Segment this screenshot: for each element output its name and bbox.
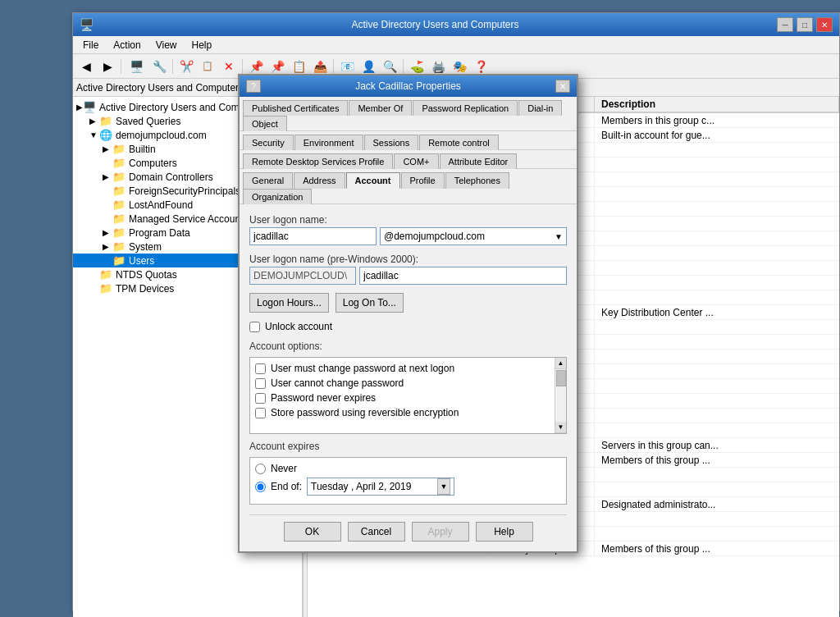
tree-icon-saved-queries: 📁 — [99, 115, 112, 127]
toolbar-btn-8[interactable]: 📋 — [289, 57, 308, 75]
expand-arrow-root[interactable]: ▶ — [76, 103, 83, 112]
tree-label-lostfound: LostAndFound — [129, 199, 193, 211]
toolbar-btn-14[interactable]: 🖨️ — [428, 57, 448, 75]
cancel-button[interactable]: Cancel — [348, 522, 405, 542]
options-scroll-track — [555, 369, 566, 422]
account-expires-label: Account expires — [249, 441, 567, 452]
tab-password-replication[interactable]: Password Replication — [413, 100, 518, 116]
menu-help[interactable]: Help — [185, 38, 219, 53]
option-checkbox-3[interactable] — [255, 408, 266, 418]
menu-file[interactable]: File — [76, 38, 105, 53]
user-logon-pre2000-input[interactable] — [359, 267, 567, 285]
options-scroll-thumb[interactable] — [556, 370, 566, 386]
option-checkbox-0[interactable] — [255, 363, 266, 374]
option-checkbox-1[interactable] — [255, 378, 266, 389]
log-on-to-button[interactable]: Log On To... — [336, 293, 404, 313]
account-options-box: User must change password at next logon … — [249, 357, 567, 434]
close-button[interactable]: ✕ — [816, 17, 833, 32]
dialog-help-button[interactable]: ? — [246, 80, 261, 93]
never-radio[interactable] — [255, 464, 266, 474]
date-input[interactable]: Tuesday , April 2, 2019 ▼ — [307, 478, 454, 496]
toolbar-btn-13[interactable]: ⛳ — [407, 57, 427, 75]
back-button[interactable]: ◀ — [76, 57, 96, 75]
logon-hours-button[interactable]: Logon Hours... — [249, 293, 329, 313]
toolbar-btn-2[interactable]: 🔧 — [149, 57, 169, 75]
toolbar-btn-7[interactable]: 📌 — [267, 57, 287, 75]
tab-remote-desktop-services-profile[interactable]: Remote Desktop Services Profile — [243, 153, 393, 169]
tab-sessions[interactable]: Sessions — [364, 135, 419, 150]
toolbar-btn-3[interactable]: ✂️ — [176, 57, 196, 75]
toolbar-btn-6[interactable]: 📌 — [246, 57, 266, 75]
tab-environment[interactable]: Environment — [294, 135, 363, 150]
tree-icon-tpm: 📁 — [99, 282, 112, 295]
tab-remote-control[interactable]: Remote control — [419, 135, 499, 150]
date-picker-button[interactable]: ▼ — [437, 478, 450, 495]
tab-attribute-editor[interactable]: Attribute Editor — [440, 153, 518, 169]
tree-label-computers: Computers — [129, 158, 177, 169]
tab-address[interactable]: Address — [294, 172, 345, 189]
tree-label-foreign: ForeignSecurityPrincipals — [129, 185, 240, 197]
account-options-label: Account options: — [249, 340, 567, 352]
tab-member-of[interactable]: Member Of — [349, 100, 412, 116]
tab-account[interactable]: Account — [346, 172, 400, 189]
menu-action[interactable]: Action — [107, 38, 147, 53]
option-row-3: Store password using reversible encrypti… — [255, 407, 551, 418]
expand-arrow-program-data[interactable]: ▶ — [103, 228, 112, 237]
tab-published-certificates[interactable]: Published Certificates — [243, 100, 348, 116]
unlock-account-checkbox[interactable] — [249, 322, 260, 332]
option-label-3: Store password using reversible encrypti… — [271, 407, 459, 418]
end-of-radio-row: End of: Tuesday , April 2, 2019 ▼ — [255, 478, 561, 496]
tree-label-builtin: Builtin — [129, 144, 156, 155]
options-scroll-up[interactable]: ▲ — [555, 358, 566, 369]
toolbar-btn-11[interactable]: 👤 — [358, 57, 378, 75]
help-button[interactable]: Help — [476, 522, 533, 542]
tab-dial-in[interactable]: Dial-in — [518, 100, 562, 116]
account-expires-box: Never End of: Tuesday , April 2, 2019 ▼ — [249, 457, 567, 505]
toolbar-separator-5 — [403, 59, 404, 74]
toolbar-btn-16[interactable]: ❓ — [471, 57, 491, 75]
account-expires-section: Account expires Never End of: Tuesday , … — [249, 441, 567, 505]
expand-arrow-domain[interactable]: ▼ — [89, 130, 99, 139]
ok-button[interactable]: OK — [284, 522, 341, 542]
tab-security[interactable]: Security — [243, 135, 294, 150]
tab-organization[interactable]: Organization — [243, 189, 312, 204]
tab-row-1: Published Certificates Member Of Passwor… — [240, 97, 577, 131]
toolbar-btn-12[interactable]: 🔍 — [380, 57, 399, 75]
maximize-button[interactable]: □ — [797, 17, 813, 32]
user-logon-input[interactable] — [249, 227, 377, 245]
tab-profile[interactable]: Profile — [401, 172, 445, 189]
title-bar: 🖥️ Active Directory Users and Computers … — [73, 13, 839, 36]
tab-general[interactable]: General — [243, 172, 293, 189]
tab-object[interactable]: Object — [243, 116, 287, 131]
toolbar-btn-5[interactable]: ✕ — [219, 57, 239, 75]
toolbar-btn-15[interactable]: 🎭 — [450, 57, 469, 75]
options-scroll-down[interactable]: ▼ — [555, 422, 566, 433]
tab-row-4: General Address Account Profile Telephon… — [240, 169, 577, 204]
forward-button[interactable]: ▶ — [98, 57, 117, 75]
toolbar-btn-10[interactable]: 📧 — [337, 57, 357, 75]
expand-arrow-saved-queries[interactable]: ▶ — [89, 117, 99, 126]
end-of-radio[interactable] — [255, 482, 266, 492]
user-logon-pre2000-group: User logon name (pre-Windows 2000): — [249, 254, 567, 285]
minimize-button[interactable]: ─ — [777, 17, 793, 32]
toolbar-btn-1[interactable]: 🖥️ — [125, 57, 148, 75]
expand-arrow-system[interactable]: ▶ — [103, 242, 112, 251]
tab-row-2: Security Environment Sessions Remote con… — [240, 131, 577, 150]
domain-dropdown[interactable]: @demojumpcloud.com ▼ — [380, 227, 567, 245]
tab-com-plus[interactable]: COM+ — [394, 153, 438, 169]
toolbar-btn-4[interactable]: 📋 — [198, 57, 217, 75]
menu-view[interactable]: View — [149, 38, 184, 53]
dialog-close-button[interactable]: ✕ — [555, 80, 570, 93]
dialog-buttons-row: OK Cancel Apply Help — [249, 514, 567, 542]
expand-arrow-builtin[interactable]: ▶ — [103, 144, 112, 153]
toolbar-btn-9[interactable]: 📤 — [310, 57, 330, 75]
expand-arrow-domain-controllers[interactable]: ▶ — [103, 172, 112, 181]
apply-button[interactable]: Apply — [412, 522, 469, 542]
col-header-desc[interactable]: Description — [595, 97, 839, 112]
account-options-scroll: User must change password at next logon … — [255, 363, 551, 428]
tab-telephones[interactable]: Telephones — [445, 172, 509, 189]
dialog-title-bar: ? Jack Cadillac Properties ✕ — [240, 75, 577, 97]
menu-bar: File Action View Help — [73, 36, 839, 54]
tree-label-tpm: TPM Devices — [116, 283, 174, 295]
option-checkbox-2[interactable] — [255, 393, 266, 404]
